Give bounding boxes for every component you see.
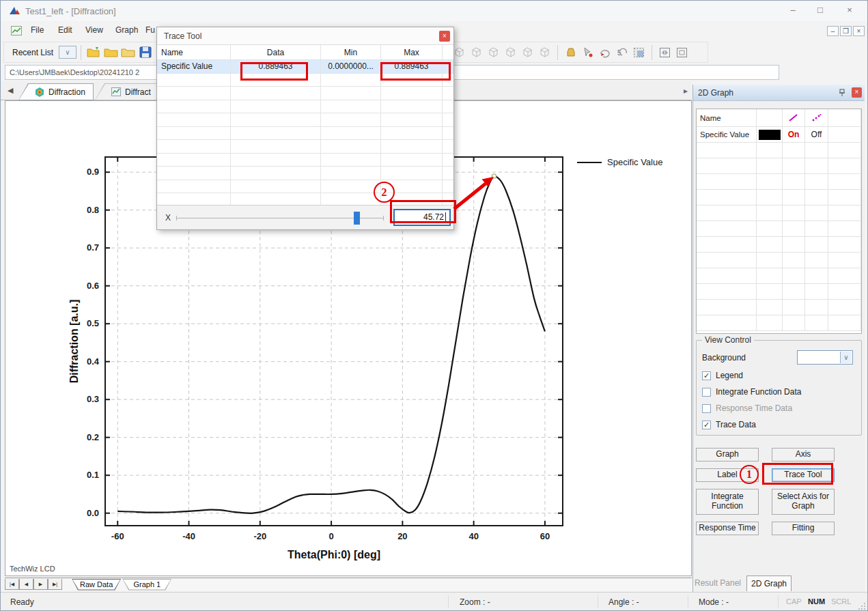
table-cell — [231, 140, 321, 154]
table-cell — [381, 167, 443, 180]
dialog-title-bar[interactable]: Trace Tool × — [157, 27, 453, 45]
tab-scroll-left[interactable]: ◀ — [8, 86, 13, 95]
sheet-first-button[interactable]: |◀ — [5, 579, 19, 590]
panel-button-label[interactable]: Label — [696, 468, 759, 482]
cube-4-icon[interactable] — [502, 44, 519, 61]
minimize-button[interactable]: – — [781, 2, 804, 18]
mdi-restore-button[interactable]: ❐ — [840, 26, 852, 36]
folder-2-icon[interactable] — [120, 44, 137, 61]
x-slider-track[interactable] — [176, 218, 384, 218]
table-cell — [697, 253, 757, 268]
pot-icon[interactable] — [562, 44, 579, 61]
table-cell — [783, 237, 805, 253]
menu-file[interactable]: File — [31, 25, 44, 35]
table-cell — [697, 205, 757, 221]
menu-function[interactable]: Fu — [145, 25, 155, 35]
checkbox-icon[interactable] — [702, 404, 711, 413]
symbol-column-header — [805, 109, 828, 127]
diffraction-tab-icon — [35, 87, 44, 97]
folder-icon[interactable] — [102, 44, 120, 61]
tab-diffraction[interactable]: Diffraction — [18, 83, 94, 100]
panel-button-fitting[interactable]: Fitting — [772, 522, 835, 535]
open-folder-icon[interactable] — [85, 44, 102, 61]
save-icon[interactable] — [137, 44, 154, 61]
x-slider-thumb[interactable] — [354, 212, 360, 225]
panel-close-icon[interactable]: × — [852, 87, 862, 98]
table-cell — [231, 113, 321, 127]
close-button[interactable]: × — [838, 2, 861, 18]
cube-5-icon[interactable] — [519, 44, 536, 61]
svg-text:0.9: 0.9 — [87, 167, 99, 177]
menu-view[interactable]: View — [85, 25, 103, 35]
series-row[interactable]: Specific Value On Off — [697, 127, 861, 143]
table-cell — [321, 87, 381, 100]
checkbox-row-trace-data[interactable]: ✓Trace Data — [702, 420, 756, 429]
checkbox-icon[interactable]: ✓ — [702, 421, 711, 429]
sheet-prev-button[interactable]: ◀ — [19, 579, 33, 590]
table-cell — [805, 237, 828, 253]
pin-icon[interactable] — [839, 88, 847, 97]
column-extra — [443, 45, 453, 60]
panel-button-integrate-function[interactable]: Integrate Function — [696, 489, 759, 515]
checkbox-icon[interactable]: ✓ — [702, 371, 711, 380]
tab-scroll-right[interactable]: ▸ — [684, 86, 688, 96]
resize-grip[interactable] — [858, 602, 866, 610]
pick-point-icon[interactable] — [579, 44, 596, 61]
table-cell — [805, 190, 828, 205]
panel-button-trace-tool[interactable]: Trace Tool — [772, 468, 835, 482]
sheet-last-button[interactable]: ▶| — [48, 579, 62, 590]
sheet-next-button[interactable]: ▶ — [33, 579, 48, 590]
panel-button-axis[interactable]: Axis — [772, 448, 835, 461]
symbol-off-cell[interactable]: Off — [805, 127, 828, 143]
select-region-icon[interactable] — [630, 44, 647, 61]
cube-3-icon[interactable] — [485, 44, 502, 61]
dialog-close-icon[interactable]: × — [439, 31, 450, 42]
table-cell — [828, 315, 861, 331]
checkbox-row-integrate-function-data[interactable]: Integrate Function Data — [702, 387, 801, 397]
panel-button-graph[interactable]: Graph — [696, 448, 759, 461]
graph-2d-panel: 2D Graph × Name Specific Value On Off — [692, 85, 865, 592]
table-cell — [783, 268, 805, 284]
line-on-cell[interactable]: On — [783, 127, 805, 143]
rotate-icon[interactable] — [596, 44, 613, 61]
menu-edit[interactable]: Edit — [58, 25, 72, 35]
table-row — [697, 300, 861, 315]
checkbox-row-response-time-data[interactable]: Response Time Data — [702, 403, 792, 413]
table-cell — [443, 100, 453, 114]
mdi-close-button[interactable]: × — [853, 26, 865, 36]
checkbox-row-legend[interactable]: ✓Legend — [702, 371, 743, 380]
table-cell — [828, 268, 861, 284]
table-cell — [828, 253, 861, 268]
panel-button-select-axis-for-graph[interactable]: Select Axis for Graph — [772, 489, 835, 515]
chevron-down-icon[interactable]: ∨ — [840, 352, 852, 363]
table-row — [697, 237, 861, 253]
trace-row-specific-value[interactable]: Specific Value 0.889463 0.0000000... 0.8… — [157, 60, 453, 74]
checkbox-icon[interactable] — [702, 388, 711, 397]
fit-window-icon[interactable] — [656, 44, 673, 61]
sheet-tab-raw-data[interactable]: Raw Data — [72, 579, 121, 591]
recent-list-dropdown[interactable]: ∨ — [59, 46, 76, 59]
series-color-cell[interactable] — [757, 127, 783, 143]
maximize-button[interactable]: □ — [809, 2, 832, 18]
panel-button-response-time[interactable]: Response Time — [696, 522, 759, 535]
table-row — [157, 87, 453, 100]
tab-result-panel[interactable]: Result Panel — [695, 578, 741, 588]
fit-region-icon[interactable] — [673, 44, 690, 61]
menu-graph[interactable]: Graph — [115, 25, 138, 35]
table-cell — [757, 221, 783, 237]
rotate-angle-icon[interactable]: 5 — [613, 44, 630, 61]
tab-2d-graph[interactable]: 2D Graph — [746, 576, 792, 591]
sheet-tab-graph-1[interactable]: Graph 1 — [122, 579, 171, 591]
color-swatch[interactable] — [759, 130, 781, 140]
background-dropdown[interactable]: ∨ — [797, 350, 853, 365]
table-cell — [381, 127, 443, 141]
svg-text:0.6: 0.6 — [87, 281, 99, 291]
trace-name-cell: Specific Value — [157, 60, 231, 74]
table-cell — [381, 74, 443, 87]
recent-list-label: Recent List — [12, 48, 53, 57]
svg-text:-20: -20 — [253, 531, 266, 541]
x-value-input[interactable]: 45.72 — [393, 209, 451, 226]
cube-2-icon[interactable] — [468, 44, 485, 61]
cube-6-icon[interactable] — [536, 44, 553, 61]
mdi-minimize-button[interactable]: – — [827, 26, 839, 36]
